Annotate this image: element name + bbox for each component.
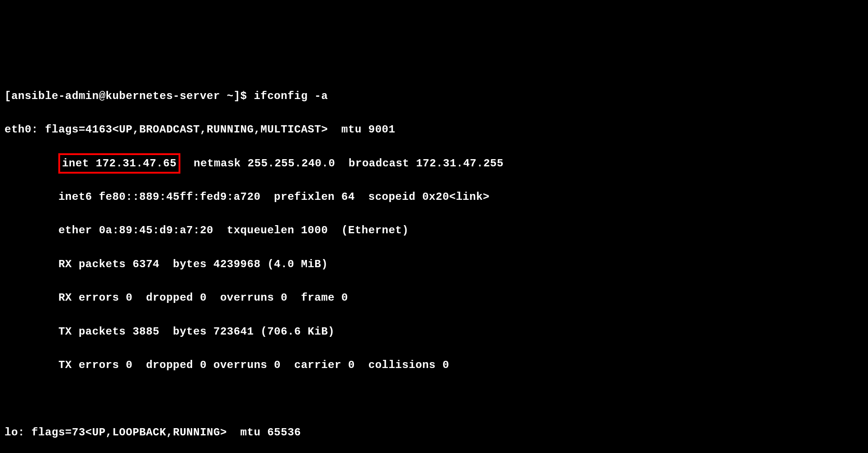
lo-header: lo: flags=73<UP,LOOPBACK,RUNNING> mtu 65… [5,424,863,441]
command-text: ifconfig -a [254,90,328,102]
terminal-output: [ansible-admin@kubernetes-server ~]$ ifc… [5,71,863,453]
eth0-inet-line: inet 172.31.47.65 netmask 255.255.240.0 … [5,155,863,172]
eth0-header: eth0: flags=4163<UP,BROADCAST,RUNNING,MU… [5,121,863,138]
blank-line [5,390,863,407]
eth0-tx-errors: TX errors 0 dropped 0 overruns 0 carrier… [5,357,863,373]
eth0-rx-packets: RX packets 6374 bytes 4239968 (4.0 MiB) [5,256,863,273]
indent [5,157,58,170]
eth0-rx-errors: RX errors 0 dropped 0 overruns 0 frame 0 [5,289,863,306]
eth0-tx-packets: TX packets 3885 bytes 723641 (706.6 KiB) [5,323,863,340]
inet-highlight-box: inet 172.31.47.65 [58,153,180,174]
inet-rest: netmask 255.255.240.0 broadcast 172.31.4… [180,157,504,170]
shell-prompt: [ansible-admin@kubernetes-server ~]$ [5,90,254,102]
eth0-ether: ether 0a:89:45:d9:a7:20 txqueuelen 1000 … [5,222,863,239]
prompt-line-1[interactable]: [ansible-admin@kubernetes-server ~]$ ifc… [5,88,863,104]
eth0-inet6: inet6 fe80::889:45ff:fed9:a720 prefixlen… [5,189,863,205]
